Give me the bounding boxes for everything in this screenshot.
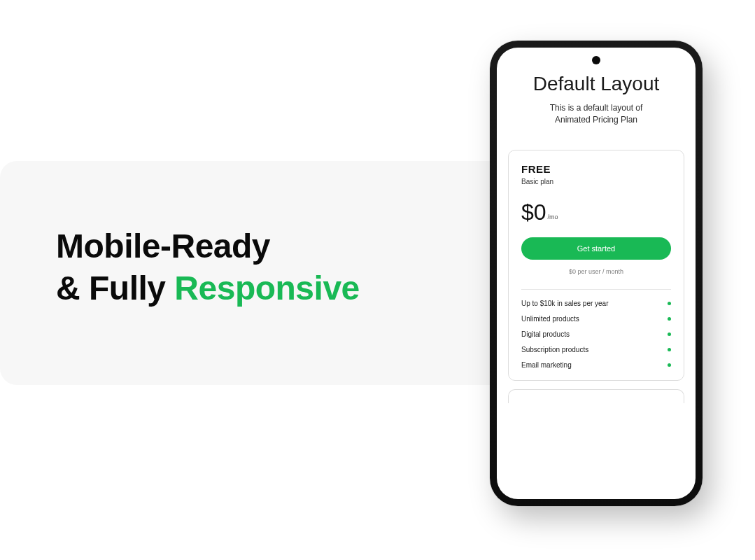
headline-line2-prefix: & Fully [56, 270, 174, 307]
plan-price: $0 [521, 201, 546, 223]
headline-line1: Mobile-Ready [56, 227, 270, 265]
feature-text: Email marketing [521, 361, 572, 369]
price-note: $0 per user / month [521, 268, 671, 275]
check-dot-icon [668, 317, 671, 321]
check-dot-icon [668, 363, 671, 367]
plan-label: Basic plan [521, 178, 671, 186]
feature-item: Up to $10k in sales per year [521, 300, 671, 307]
pricing-card: FREE Basic plan $0 /mo Get started $0 pe… [508, 150, 684, 381]
plan-name: FREE [521, 163, 671, 175]
price-row: $0 /mo [521, 201, 671, 223]
screen-title: Default Layout [508, 73, 684, 95]
screen-subtitle: This is a default layout of Animated Pri… [508, 102, 684, 126]
feature-list: Up to $10k in sales per year Unlimited p… [521, 300, 671, 369]
screen-sub-l2: Animated Pricing Plan [555, 115, 637, 125]
page-headline: Mobile-Ready & Fully Responsive [56, 225, 360, 309]
screen-sub-l1: This is a default layout of [550, 103, 643, 113]
camera-icon [592, 56, 600, 64]
feature-text: Unlimited products [521, 315, 579, 323]
phone-screen: Default Layout This is a default layout … [497, 48, 696, 499]
cta-label: Get started [577, 244, 615, 253]
feature-item: Subscription products [521, 346, 671, 354]
feature-item: Digital products [521, 330, 671, 338]
check-dot-icon [668, 302, 671, 305]
check-dot-icon [668, 348, 671, 351]
feature-text: Up to $10k in sales per year [521, 300, 609, 307]
check-dot-icon [668, 332, 671, 336]
feature-text: Subscription products [521, 346, 588, 354]
next-card-hint [508, 389, 684, 403]
phone-frame: Default Layout This is a default layout … [490, 41, 703, 506]
plan-period: /mo [548, 214, 558, 220]
headline-accent: Responsive [174, 270, 359, 307]
feature-item: Email marketing [521, 361, 671, 369]
feature-item: Unlimited products [521, 315, 671, 323]
divider [521, 289, 671, 290]
get-started-button[interactable]: Get started [521, 237, 671, 260]
feature-text: Digital products [521, 330, 570, 338]
